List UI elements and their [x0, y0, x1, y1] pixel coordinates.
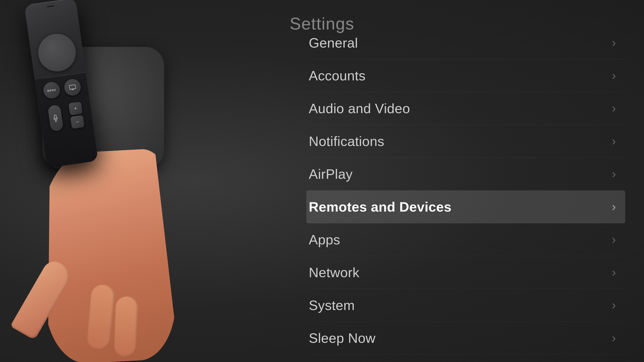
- menu-button[interactable]: MENU: [42, 81, 61, 100]
- settings-item-label: Sleep Now: [309, 330, 376, 346]
- left-panel: MENU: [0, 0, 305, 362]
- settings-item-remotes-devices[interactable]: Remotes and Devices›: [306, 190, 625, 223]
- settings-item-label: Remotes and Devices: [309, 199, 452, 215]
- settings-item-label: Network: [309, 265, 360, 280]
- settings-list: General›Accounts›Audio and Video›Notific…: [306, 26, 625, 355]
- settings-item-system[interactable]: System›: [306, 289, 625, 322]
- chevron-right-icon: ›: [612, 331, 616, 345]
- settings-item-label: Notifications: [309, 133, 384, 149]
- settings-panel: General›Accounts›Audio and Video›Notific…: [292, 0, 644, 362]
- siri-remote: MENU: [24, 0, 98, 168]
- svg-rect-1: [54, 115, 56, 119]
- siri-button[interactable]: [48, 104, 64, 132]
- svg-rect-0: [69, 85, 76, 89]
- chevron-right-icon: ›: [612, 68, 616, 82]
- remote-touchpad: [36, 31, 78, 74]
- settings-item-accounts[interactable]: Accounts›: [306, 59, 625, 92]
- settings-item-label: Audio and Video: [309, 100, 410, 116]
- finger-middle: [114, 296, 138, 358]
- settings-item-notifications[interactable]: Notifications›: [306, 125, 625, 158]
- settings-item-label: AirPlay: [309, 166, 352, 182]
- chevron-right-icon: ›: [612, 36, 616, 50]
- chevron-right-icon: ›: [612, 134, 616, 148]
- settings-item-label: General: [309, 35, 358, 51]
- svg-line-3: [55, 121, 57, 121]
- remote-button-row-2: + −: [39, 100, 93, 133]
- settings-item-label: Accounts: [309, 68, 366, 83]
- remote-mic-slot: [47, 5, 54, 7]
- chevron-right-icon: ›: [612, 298, 616, 312]
- chevron-right-icon: ›: [612, 101, 616, 115]
- chevron-right-icon: ›: [612, 265, 616, 279]
- remote-button-row-1: MENU: [36, 77, 89, 100]
- settings-item-label: Apps: [309, 232, 340, 247]
- settings-item-airplay[interactable]: AirPlay›: [306, 158, 625, 190]
- remote-top-glass: [24, 0, 86, 79]
- chevron-right-icon: ›: [612, 200, 616, 214]
- settings-item-network[interactable]: Network›: [306, 256, 625, 289]
- settings-item-general[interactable]: General›: [306, 26, 625, 59]
- volume-buttons: + −: [68, 102, 85, 129]
- settings-item-sleep-now[interactable]: Sleep Now›: [306, 322, 625, 355]
- chevron-right-icon: ›: [612, 232, 616, 247]
- settings-item-audio-video[interactable]: Audio and Video›: [306, 92, 625, 125]
- volume-down-button[interactable]: −: [70, 115, 85, 129]
- chevron-right-icon: ›: [612, 167, 616, 181]
- volume-up-button[interactable]: +: [68, 102, 83, 115]
- settings-item-apps[interactable]: Apps›: [306, 223, 625, 256]
- tv-button[interactable]: [63, 78, 82, 96]
- settings-item-label: System: [309, 297, 355, 313]
